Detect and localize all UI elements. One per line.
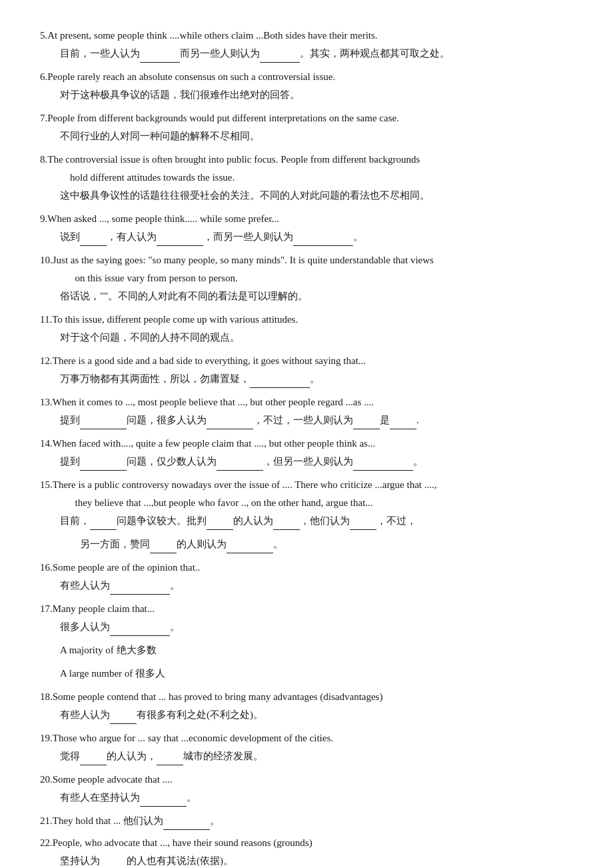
entry-10-cn: 俗话说，""。不同的人对此有不同的看法是可以理解的。 [40, 287, 573, 305]
blank [250, 378, 310, 388]
entry-7-en: 7.People from different backgrounds woul… [40, 109, 573, 127]
entry-19: 19.Those who argue for ... say that ...e… [40, 729, 573, 765]
blank [207, 520, 233, 530]
blank [353, 461, 413, 471]
blank [110, 585, 170, 595]
blank [273, 520, 300, 530]
entry-22-cn: 坚持认为的人也有其说法(依据)。 [40, 852, 573, 868]
entry-16: 16.Some people are of the opinion that..… [40, 559, 573, 595]
entry-12: 12.There is a good side and a bad side t… [40, 352, 573, 388]
entry-22: 22.People, who advocate that ..., have t… [40, 834, 573, 868]
blank [157, 236, 203, 246]
blank [110, 626, 170, 636]
entry-21-en: 21.They hold that ... 他们认为。 [40, 812, 573, 830]
blank [260, 53, 300, 63]
entry-17-cn3: A large number of 很多人 [40, 665, 573, 683]
entry-9: 9.When asked ..., some people think.....… [40, 210, 573, 246]
blank [293, 236, 353, 246]
entry-20-cn: 有些人在坚持认为。 [40, 789, 573, 807]
entry-6: 6.People rarely reach an absolute consen… [40, 68, 573, 104]
entry-19-cn: 觉得的人认为，城市的经济发展。 [40, 747, 573, 765]
blank [140, 53, 180, 63]
entry-14: 14.When faced with...., quite a few peop… [40, 435, 573, 471]
entry-11-en: 11.To this issue, different people come … [40, 311, 573, 329]
entry-8-en2: hold different attitudes towards the iss… [40, 169, 573, 187]
entry-9-en: 9.When asked ..., some people think.....… [40, 210, 573, 228]
blank [207, 419, 253, 429]
blank [90, 520, 117, 530]
blank [353, 419, 380, 429]
entry-22-en: 22.People, who advocate that ..., have t… [40, 834, 573, 852]
entry-14-cn: 提到问题，仅少数人认为，但另一些人则认为。 [40, 453, 573, 471]
blank [163, 820, 210, 830]
entry-8-cn: 这中极具争议性的话题往往很受社会的关注。不同的人对此问题的看法也不尽相同。 [40, 187, 573, 205]
entry-6-en: 6.People rarely reach an absolute consen… [40, 68, 573, 86]
blank [80, 419, 127, 429]
entry-5-cn: 目前，一些人认为而另一些人则认为。其实，两种观点都其可取之处。 [40, 45, 573, 63]
blank [80, 236, 107, 246]
blank [157, 755, 183, 765]
entry-15-en1: 15.There is a public controversy nowaday… [40, 476, 573, 494]
entry-10: 10.Just as the saying goes: "so many peo… [40, 251, 573, 305]
entry-9-cn: 说到，有人认为，而另一些人则认为。 [40, 228, 573, 246]
entry-20: 20.Some people advocate that .... 有些人在坚持… [40, 771, 573, 807]
blank [350, 520, 376, 530]
entry-8-en1: 8.The controversial issue is often broug… [40, 151, 573, 169]
blank [100, 860, 127, 868]
entry-13: 13.When it comes to ..., most people bel… [40, 393, 573, 429]
entry-17: 17.Many people claim that... 很多人认为。 A ma… [40, 600, 573, 683]
entry-14-en: 14.When faced with...., quite a few peop… [40, 435, 573, 453]
entry-16-cn: 有些人认为。 [40, 577, 573, 595]
entry-10-en1: 10.Just as the saying goes: "so many peo… [40, 251, 573, 269]
blank [390, 419, 416, 429]
entry-5: 5.At present, some people think ....whil… [40, 27, 573, 63]
blank [80, 755, 107, 765]
entry-12-en: 12.There is a good side and a bad side t… [40, 352, 573, 370]
entry-20-en: 20.Some people advocate that .... [40, 771, 573, 789]
entry-18-en: 18.Some people contend that ... has prov… [40, 688, 573, 706]
blank [217, 461, 263, 471]
entry-6-cn: 对于这种极具争议的话题，我们很难作出绝对的回答。 [40, 86, 573, 104]
entry-8: 8.The controversial issue is often broug… [40, 151, 573, 205]
entry-17-cn1: 很多人认为。 [40, 618, 573, 636]
entry-17-en: 17.Many people claim that... [40, 600, 573, 618]
blank [150, 543, 177, 553]
entry-11-cn: 对于这个问题，不同的人持不同的观点。 [40, 329, 573, 347]
entry-21: 21.They hold that ... 他们认为。 [40, 812, 573, 830]
entry-5-en: 5.At present, some people think ....whil… [40, 27, 573, 45]
entry-15-cn2: 另一方面，赞同的人则认为。 [40, 535, 573, 553]
blank [140, 797, 187, 807]
entry-15-cn1: 目前，问题争议较大。批判的人认为，他们认为，不过， [40, 512, 573, 530]
entry-11: 11.To this issue, different people come … [40, 311, 573, 347]
blank [227, 543, 273, 553]
content-area: 5.At present, some people think ....whil… [40, 27, 573, 868]
entry-13-cn: 提到问题，很多人认为，不过，一些人则认为是. [40, 411, 573, 429]
entry-10-en2: on this issue vary from person to person… [40, 269, 573, 287]
entry-13-en: 13.When it comes to ..., most people bel… [40, 393, 573, 411]
entry-15: 15.There is a public controversy nowaday… [40, 476, 573, 553]
entry-7-cn: 不同行业的人对同一种问题的解释不尽相同。 [40, 127, 573, 145]
entry-16-en: 16.Some people are of the opinion that.. [40, 559, 573, 577]
entry-7: 7.People from different backgrounds woul… [40, 109, 573, 145]
entry-18-cn: 有些人认为有很多有利之处(不利之处)。 [40, 706, 573, 724]
entry-18: 18.Some people contend that ... has prov… [40, 688, 573, 724]
blank [80, 461, 127, 471]
entry-17-cn2: A majority of 绝大多数 [40, 641, 573, 659]
entry-12-cn: 万事万物都有其两面性，所以，勿庸置疑，。 [40, 370, 573, 388]
entry-19-en: 19.Those who argue for ... say that ...e… [40, 729, 573, 747]
blank [110, 714, 137, 724]
entry-15-en2: they believe that ...,but people who fav… [40, 494, 573, 512]
